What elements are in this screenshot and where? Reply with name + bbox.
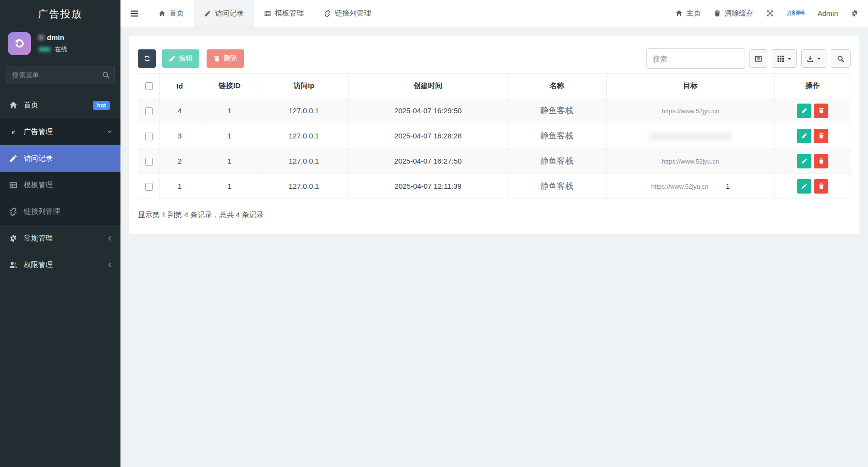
menu-search-input[interactable] bbox=[6, 66, 115, 84]
user-panel: dmin 在线 bbox=[0, 28, 120, 63]
cell-ip: 127.0.0.1 bbox=[259, 98, 349, 123]
sidebar-item-ad-manage[interactable]: 广告管理 bbox=[0, 119, 120, 145]
tab-label: 链接列管理 bbox=[335, 9, 371, 18]
pencil-icon bbox=[801, 158, 808, 164]
row-edit-button[interactable] bbox=[797, 129, 811, 143]
row-delete-button[interactable] bbox=[814, 104, 828, 118]
column-header-target: 目标 bbox=[607, 74, 775, 98]
row-checkbox[interactable] bbox=[145, 183, 153, 191]
home-icon bbox=[675, 10, 683, 17]
table-row[interactable]: 1 1 127.0.0.1 2025-04-07 12:11:39 静鱼客栈 h… bbox=[138, 174, 851, 199]
column-header-ip: 访问ip bbox=[259, 74, 349, 98]
admin-menu[interactable]: Admin bbox=[817, 9, 838, 17]
table-row[interactable]: 4 1 127.0.0.1 2025-04-07 16:29:50 静鱼客栈 h… bbox=[138, 98, 851, 123]
pagination-summary: 显示第 1 到第 4 条记录，总共 4 条记录 bbox=[138, 211, 851, 220]
table-toolbar: 编辑 删除 bbox=[138, 48, 851, 69]
cell-ip: 127.0.0.1 bbox=[259, 149, 349, 174]
clear-cache-label: 清除缓存 bbox=[724, 9, 753, 18]
row-delete-button[interactable] bbox=[814, 179, 828, 194]
sidebar-item-label: 常规管理 bbox=[24, 234, 106, 243]
gears-icon bbox=[851, 10, 858, 17]
sidebar-item-template-manage[interactable]: 模板管理 bbox=[0, 172, 120, 198]
sidebar-item-general-manage[interactable]: 常规管理 bbox=[0, 225, 120, 252]
row-edit-button[interactable] bbox=[797, 179, 811, 194]
app-title: 广告投放 bbox=[0, 0, 120, 28]
sidebar-item-permission-manage[interactable]: 权限管理 bbox=[0, 252, 120, 278]
menu-search bbox=[6, 66, 115, 84]
sidebar-item-visit-log[interactable]: 访问记录 bbox=[0, 145, 120, 172]
fullscreen-button[interactable] bbox=[766, 10, 774, 17]
pencil-icon bbox=[9, 154, 17, 163]
select-all-checkbox[interactable] bbox=[145, 82, 153, 90]
export-icon bbox=[807, 55, 814, 62]
row-delete-button[interactable] bbox=[814, 129, 828, 143]
sidebar-item-label: 访问记录 bbox=[24, 154, 113, 163]
e-globe-icon bbox=[9, 128, 17, 136]
delete-button-label: 删除 bbox=[224, 54, 237, 63]
home-icon bbox=[159, 10, 165, 17]
column-header-id: Id bbox=[160, 74, 200, 98]
edit-button[interactable]: 编辑 bbox=[162, 49, 199, 68]
sidebar-item-label: 模板管理 bbox=[24, 181, 113, 190]
refresh-button[interactable] bbox=[138, 49, 156, 68]
table-row[interactable]: 3 1 127.0.0.1 2025-04-07 16:28:28 静鱼客栈 bbox=[138, 123, 851, 149]
column-header-created: 创建时间 bbox=[349, 74, 508, 98]
chain-broken-icon bbox=[9, 208, 17, 216]
tab-link-manage[interactable]: 链接列管理 bbox=[314, 0, 381, 27]
redacted-target-blur bbox=[649, 133, 732, 140]
search-toggle-button[interactable] bbox=[831, 49, 851, 68]
sidebar-item-label: 权限管理 bbox=[24, 260, 106, 270]
hamburger-menu-icon[interactable] bbox=[120, 0, 149, 27]
row-checkbox[interactable] bbox=[145, 133, 153, 140]
admin-label: Admin bbox=[817, 9, 838, 17]
username: dmin bbox=[47, 33, 64, 42]
avatar[interactable] bbox=[8, 32, 31, 55]
cell-name: 静鱼客栈 bbox=[540, 106, 573, 115]
trash-icon bbox=[818, 183, 824, 189]
cell-target: https://www.52jyu.cn bbox=[662, 107, 719, 115]
table-header-row: Id 链接ID 访问ip 创建时间 名称 目标 操作 bbox=[138, 74, 851, 98]
clear-cache-link[interactable]: 清除缓存 bbox=[714, 9, 753, 18]
chevron-down-icon bbox=[106, 129, 113, 135]
sidebar-item-home[interactable]: 首页 hot bbox=[0, 92, 120, 119]
row-checkbox[interactable] bbox=[145, 158, 153, 166]
tab-label: 模板管理 bbox=[275, 9, 304, 18]
caret-down-icon bbox=[817, 57, 821, 61]
home-link[interactable]: 主页 bbox=[675, 9, 701, 18]
content-area: 编辑 删除 bbox=[120, 27, 868, 467]
edit-button-label: 编辑 bbox=[179, 54, 193, 63]
settings-link[interactable] bbox=[851, 10, 858, 17]
delete-button[interactable]: 删除 bbox=[207, 49, 244, 68]
column-header-link-id: 链接ID bbox=[200, 74, 259, 98]
cell-id: 2 bbox=[160, 149, 200, 174]
tab-template-manage[interactable]: 模板管理 bbox=[254, 0, 314, 27]
table-row[interactable]: 2 1 127.0.0.1 2025-04-07 16:27:50 静鱼客栈 h… bbox=[138, 149, 851, 174]
trash-icon bbox=[818, 107, 824, 114]
records-table: Id 链接ID 访问ip 创建时间 名称 目标 操作 4 1 127.0.0. bbox=[138, 73, 851, 199]
online-status-dot bbox=[38, 47, 51, 52]
gears-icon bbox=[9, 234, 17, 242]
refresh-icon bbox=[144, 55, 150, 62]
detail-view-button[interactable] bbox=[749, 49, 767, 68]
row-edit-button[interactable] bbox=[797, 154, 811, 168]
undo-arrow-logo-icon bbox=[13, 37, 26, 50]
sidebar-item-link-manage[interactable]: 链接列管理 bbox=[0, 198, 120, 225]
cell-name: 静鱼客栈 bbox=[540, 181, 573, 191]
tab-home[interactable]: 首页 bbox=[149, 0, 194, 27]
tab-visit-log[interactable]: 访问记录 bbox=[194, 0, 254, 27]
search-icon bbox=[837, 55, 844, 62]
pencil-icon bbox=[801, 107, 808, 114]
trash-icon bbox=[714, 10, 721, 17]
chevron-left-icon bbox=[106, 235, 113, 241]
columns-button[interactable] bbox=[772, 49, 797, 68]
row-delete-button[interactable] bbox=[814, 154, 828, 168]
sidebar-item-label: 链接列管理 bbox=[24, 207, 113, 216]
cell-target-suffix: 1 bbox=[726, 182, 730, 190]
row-edit-button[interactable] bbox=[797, 104, 811, 118]
tab-label: 访问记录 bbox=[215, 9, 244, 18]
cell-created: 2025-04-07 12:11:39 bbox=[349, 174, 508, 199]
table-search-input[interactable] bbox=[646, 48, 745, 69]
chain-broken-icon bbox=[324, 10, 331, 17]
row-checkbox[interactable] bbox=[145, 107, 153, 115]
export-button[interactable] bbox=[801, 49, 826, 68]
